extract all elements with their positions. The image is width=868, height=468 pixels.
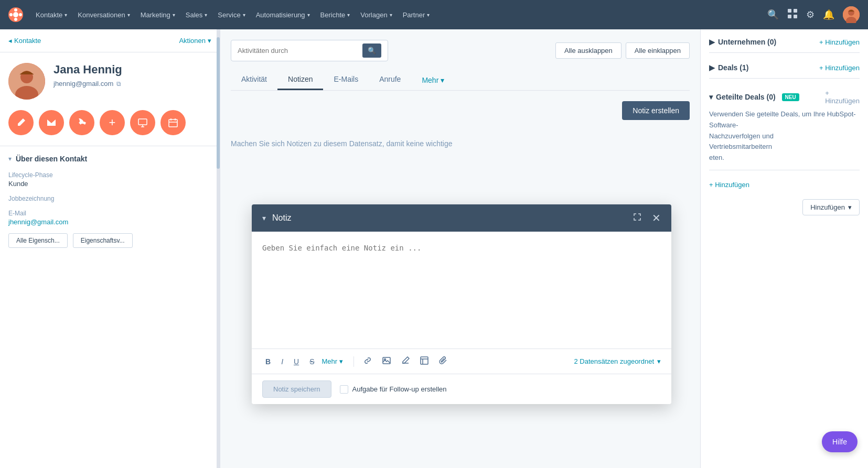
svg-rect-7 xyxy=(794,9,797,13)
svg-point-3 xyxy=(14,18,17,21)
deals-header: ▶ Deals (1) + Hinzufügen xyxy=(709,63,860,72)
contact-email-row: jhennig@gmail.com ⧉ xyxy=(53,80,122,88)
actions-dropdown-button[interactable]: Aktionen ▾ xyxy=(179,37,211,45)
top-navigation: Kontakte ▾ Konversationen ▾ Marketing ▾ … xyxy=(0,0,868,29)
nav-item-partner[interactable]: Partner ▾ xyxy=(399,9,434,21)
note-modal-footer: Notiz speichern Aufgabe für Follow-up er… xyxy=(252,374,671,404)
marketing-chevron-icon: ▾ xyxy=(173,12,175,18)
expand-all-button[interactable]: Alle ausklappen xyxy=(555,42,621,59)
search-box: 🔍 xyxy=(231,40,388,61)
deals-title: ▶ Deals (1) xyxy=(709,63,748,72)
strikethrough-button[interactable]: S xyxy=(306,355,317,368)
vorlagen-chevron-icon: ▾ xyxy=(390,12,392,18)
template-button[interactable] xyxy=(417,354,432,368)
followup-label: Aufgabe für Follow-up erstellen xyxy=(352,385,447,393)
nav-item-marketing[interactable]: Marketing ▾ xyxy=(136,9,179,21)
unternehmen-header: ▶ Unternehmen (0) + Hinzufügen xyxy=(709,38,860,46)
search-input[interactable] xyxy=(238,47,358,55)
edit-contact-button[interactable] xyxy=(8,110,34,135)
tab-anrufe[interactable]: Anrufe xyxy=(369,70,411,90)
add-geteilte-deals-link[interactable]: + Hinzufügen xyxy=(825,89,860,105)
mehr-formatting-dropdown[interactable]: Mehr ▾ xyxy=(322,357,343,365)
tab-notizen[interactable]: Notizen xyxy=(277,70,323,90)
search-bar-row: 🔍 Alle ausklappen Alle einklappen xyxy=(231,40,690,61)
hubspot-logo[interactable] xyxy=(8,7,23,22)
copy-email-icon[interactable]: ⧉ xyxy=(116,80,121,88)
bold-button[interactable]: B xyxy=(262,355,274,368)
property-view-button[interactable]: Eigenschaftsv... xyxy=(73,233,133,248)
note-modal-close-icon[interactable]: ✕ xyxy=(652,212,661,224)
tab-mehr[interactable]: Mehr ▾ xyxy=(411,71,455,90)
kontakte-chevron-icon: ▾ xyxy=(65,12,67,18)
underline-button[interactable]: U xyxy=(291,355,302,368)
about-chevron-icon: ▾ xyxy=(8,155,12,162)
tab-emails[interactable]: E-Mails xyxy=(323,70,369,90)
svg-rect-9 xyxy=(794,15,797,18)
notifications-icon[interactable]: 🔔 xyxy=(823,9,834,20)
additional-add-link[interactable]: + Hinzufügen xyxy=(709,181,749,189)
about-section: ▾ Über diesen Kontakt Lifecycle-Phase Ku… xyxy=(0,146,220,256)
unternehmen-chevron-icon[interactable]: ▶ xyxy=(709,38,715,46)
nav-item-konversationen[interactable]: Konversationen ▾ xyxy=(73,9,134,21)
create-note-button[interactable]: Notiz erstellen xyxy=(622,101,690,120)
right-sidebar: ▶ Unternehmen (0) + Hinzufügen ▶ Deals (… xyxy=(700,29,868,468)
hinzufuegen-button[interactable]: Hinzufügen ▾ xyxy=(802,199,860,215)
nav-item-sales[interactable]: Sales ▾ xyxy=(181,9,212,21)
search-icon[interactable]: 🔍 xyxy=(767,9,779,20)
tab-aktivitat[interactable]: Aktivität xyxy=(231,70,277,90)
screen-share-button[interactable] xyxy=(130,110,155,135)
note-textarea[interactable] xyxy=(262,242,661,336)
link-button[interactable] xyxy=(360,354,375,368)
contact-name: Jana Hennig xyxy=(53,63,122,77)
italic-button[interactable]: I xyxy=(278,355,286,368)
nav-item-service[interactable]: Service ▾ xyxy=(213,9,249,21)
add-activity-button[interactable]: + xyxy=(100,110,125,135)
actions-chevron-icon: ▾ xyxy=(208,37,211,45)
note-placeholder: Machen Sie sich Notizen zu diesem Datens… xyxy=(231,133,690,155)
svg-rect-17 xyxy=(169,119,177,127)
marketplace-icon[interactable] xyxy=(787,8,798,21)
note-modal: ▾ Notiz ✕ B I U S Mehr ▾ xyxy=(252,204,671,404)
about-section-title: Über diesen Kontakt xyxy=(16,155,87,163)
image-button[interactable] xyxy=(379,354,394,368)
deals-section: ▶ Deals (1) + Hinzufügen xyxy=(709,63,860,79)
back-to-contacts-link[interactable]: ◂ Kontakte xyxy=(8,37,41,45)
geteilte-deals-divider xyxy=(709,170,860,170)
back-chevron-icon: ◂ xyxy=(8,37,12,45)
add-deals-link[interactable]: + Hinzufügen xyxy=(819,64,860,72)
lifecycle-phase-row: Lifecycle-Phase Kunde xyxy=(8,171,211,188)
collapse-all-button[interactable]: Alle einklappen xyxy=(626,42,690,59)
nav-item-vorlagen[interactable]: Vorlagen ▾ xyxy=(356,9,396,21)
add-unternehmen-link[interactable]: + Hinzufügen xyxy=(819,38,860,46)
berichte-chevron-icon: ▾ xyxy=(347,12,350,18)
attachment-button[interactable] xyxy=(436,354,451,368)
unternehmen-section: ▶ Unternehmen (0) + Hinzufügen xyxy=(709,38,860,53)
email-link[interactable]: jhennig@gmail.com xyxy=(8,218,211,226)
deals-chevron-icon[interactable]: ▶ xyxy=(709,63,715,72)
call-contact-button[interactable] xyxy=(69,110,94,135)
hilfe-button[interactable]: Hilfe xyxy=(822,431,858,452)
lifecycle-label: Lifecycle-Phase xyxy=(8,171,211,179)
save-note-button[interactable]: Notiz speichern xyxy=(262,380,331,398)
search-submit-button[interactable]: 🔍 xyxy=(362,43,381,58)
job-title-row: Jobbezeichnung xyxy=(8,195,211,202)
mehr-chevron-icon: ▾ xyxy=(441,76,444,84)
note-modal-collapse-icon[interactable]: ▾ xyxy=(262,214,266,222)
all-properties-button[interactable]: Alle Eigensch... xyxy=(8,233,68,248)
note-modal-expand-icon[interactable] xyxy=(633,213,641,223)
nav-item-automatisierung[interactable]: Automatisierung ▾ xyxy=(252,9,314,21)
email-row: E-Mail jhennig@gmail.com xyxy=(8,210,211,226)
records-assigned-dropdown[interactable]: 2 Datensätzen zugeordnet ▾ xyxy=(574,357,661,365)
geteilte-deals-chevron-icon[interactable]: ▾ xyxy=(709,93,713,101)
svg-rect-20 xyxy=(421,357,428,364)
email-contact-button[interactable] xyxy=(39,110,64,135)
snippet-button[interactable] xyxy=(398,354,413,368)
about-section-header[interactable]: ▾ Über diesen Kontakt xyxy=(8,155,211,163)
nav-item-kontakte[interactable]: Kontakte ▾ xyxy=(31,9,71,21)
followup-checkbox[interactable] xyxy=(340,385,348,394)
nav-item-berichte[interactable]: Berichte ▾ xyxy=(316,9,355,21)
geteilte-deals-description: Verwenden Sie geteilte Deals, um Ihre Hu… xyxy=(709,109,860,164)
user-avatar[interactable] xyxy=(843,6,860,23)
settings-icon[interactable]: ⚙ xyxy=(806,9,815,20)
calendar-button[interactable] xyxy=(160,110,186,135)
